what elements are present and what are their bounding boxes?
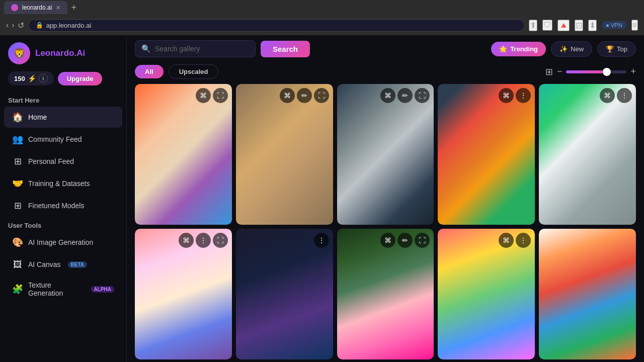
search-input[interactable] <box>155 45 249 53</box>
tokens-row: 150 ⚡ i Upgrade <box>0 71 126 92</box>
gallery-grid: ⌘ ⛶ ⌘ ✏ ⛶ ⌘ <box>135 84 636 359</box>
new-icon: ✨ <box>559 45 568 53</box>
tab-close-button[interactable]: × <box>56 4 60 12</box>
gallery-item[interactable]: ⌘ ✏ ⛶ <box>337 84 434 225</box>
gallery-item[interactable]: ⌘ ⋮ <box>438 229 535 359</box>
remix-button[interactable]: ⌘ <box>179 233 194 248</box>
all-filter-button[interactable]: All <box>135 65 164 78</box>
gallery-item[interactable]: ⌘ ⋮ ⛶ <box>135 229 232 359</box>
trending-button[interactable]: 🌟 Trending <box>491 42 546 56</box>
sidebar-item-training-label: Training & Datasets <box>28 179 90 188</box>
remix-button[interactable]: ⌘ <box>499 233 514 248</box>
texture-icon: 🧩 <box>12 284 23 295</box>
community-feed-icon: 👥 <box>12 134 23 145</box>
sidebar-item-finetuned[interactable]: ⊞ Finetuned Models <box>4 195 122 216</box>
sidebar-item-training[interactable]: 🤝 Training & Datasets <box>4 173 122 194</box>
item-overlay <box>438 84 535 225</box>
zoom-out-button[interactable]: − <box>557 66 562 77</box>
sidebar-item-community-feed[interactable]: 👥 Community Feed <box>4 129 122 150</box>
expand-button[interactable]: ⛶ <box>415 233 430 248</box>
share-button[interactable]: ⬆ <box>529 20 537 31</box>
upgrade-button[interactable]: Upgrade <box>58 72 103 85</box>
new-button[interactable]: ✨ New <box>551 41 592 57</box>
item-actions: ⌘ ✏ ⛶ <box>380 233 430 248</box>
sidebar-item-personal-feed[interactable]: ⊞ Personal Feed <box>4 151 122 172</box>
tokens-badge: 150 ⚡ i <box>8 71 54 85</box>
menu-button[interactable]: ≡ <box>631 20 638 31</box>
item-actions: ⌘ ⋮ ⛶ <box>179 233 228 248</box>
item-overlay <box>337 229 434 359</box>
section-user-tools-label: User Tools <box>0 217 126 231</box>
trending-icon: 🌟 <box>499 45 507 53</box>
remix-button[interactable]: ⌘ <box>380 88 395 103</box>
personal-feed-icon: ⊞ <box>12 156 23 167</box>
sidebar-item-ai-canvas[interactable]: 🖼 AI Canvas BETA <box>4 254 122 275</box>
back-button[interactable]: ‹ <box>6 21 9 30</box>
address-bar[interactable]: 🔒 app.leonardo.ai <box>28 19 525 32</box>
remix-button[interactable]: ⌘ <box>600 88 615 103</box>
sidebar-item-texture[interactable]: 🧩 Texture Generation ALPHA <box>4 276 122 302</box>
gallery-item[interactable]: ⌘ ⛶ <box>135 84 232 225</box>
item-overlay <box>539 229 636 359</box>
training-icon: 🤝 <box>12 178 23 189</box>
reload-button[interactable]: ↺ <box>18 21 24 30</box>
sidebar: 🦁 Leonardo.Ai 150 ⚡ i Upgrade Start Here… <box>0 35 127 362</box>
sidebar-item-personal-label: Personal Feed <box>28 157 74 165</box>
new-tab-button[interactable]: + <box>71 3 77 13</box>
gallery-item[interactable]: ⌘ ⋮ <box>539 84 636 225</box>
browser-actions: ⬆ 🛡 🔺 ⊡ ⬇ ● VPN ≡ <box>529 20 638 31</box>
tab-bar: leonardo.ai × + <box>0 0 644 15</box>
search-button[interactable]: Search <box>261 41 310 57</box>
search-icon: 🔍 <box>141 44 151 53</box>
browser-chrome: leonardo.ai × + ‹ › ↺ 🔒 app.leonardo.ai … <box>0 0 644 35</box>
active-tab[interactable]: leonardo.ai × <box>4 1 67 14</box>
zoom-slider[interactable] <box>566 70 626 73</box>
upscaled-filter-button[interactable]: Upscaled <box>169 64 219 79</box>
sidebar-item-home-label: Home <box>28 113 47 121</box>
bookmark-button[interactable]: 🛡 <box>542 20 552 31</box>
more-button[interactable]: ⋮ <box>617 88 632 103</box>
more-button[interactable]: ⋮ <box>314 233 329 248</box>
sidebar-item-ai-image[interactable]: 🎨 AI Image Generation <box>4 232 122 253</box>
gallery-item[interactable]: ⌘ ⋮ <box>438 84 535 225</box>
shield-button[interactable]: 🔺 <box>557 20 570 31</box>
search-box[interactable]: 🔍 <box>135 40 256 57</box>
tab-title: leonardo.ai <box>22 4 52 11</box>
remix-button[interactable]: ⌘ <box>499 88 514 103</box>
item-overlay <box>135 229 232 359</box>
ai-image-icon: 🎨 <box>12 237 23 248</box>
security-icon: 🔒 <box>36 22 43 29</box>
grid-view-button[interactable]: ⊞ <box>545 66 553 77</box>
more-button[interactable]: ⋮ <box>516 233 531 248</box>
remix-button[interactable]: ⌘ <box>280 88 295 103</box>
top-button[interactable]: 🏆 Top <box>597 41 636 57</box>
expand-button[interactable]: ⛶ <box>415 88 430 103</box>
beta-badge: BETA <box>68 261 87 268</box>
edit-button[interactable]: ✏ <box>297 88 312 103</box>
sidebar-item-home[interactable]: 🏠 Home <box>4 107 122 128</box>
remix-button[interactable]: ⌘ <box>380 233 395 248</box>
edit-button[interactable]: ✏ <box>397 88 413 103</box>
downloads-button[interactable]: ⬇ <box>588 20 597 31</box>
edit-button[interactable]: ✏ <box>397 233 413 248</box>
sidebar-item-ai-canvas-label: AI Canvas <box>28 260 61 268</box>
expand-button[interactable]: ⛶ <box>213 88 228 103</box>
gallery-item[interactable]: ⌘ ✏ ⛶ <box>337 229 434 359</box>
gallery-item[interactable] <box>539 229 636 359</box>
sidebar-item-texture-label: Texture Generation <box>28 281 84 297</box>
expand-button[interactable]: ⛶ <box>213 233 228 248</box>
forward-button[interactable]: › <box>12 21 14 30</box>
remix-button[interactable]: ⌘ <box>196 88 211 103</box>
more-button[interactable]: ⋮ <box>516 88 531 103</box>
zoom-in-button[interactable]: + <box>630 66 636 77</box>
extension-button[interactable]: ⊡ <box>575 20 583 31</box>
gallery-item[interactable]: ⋮ <box>236 229 333 359</box>
item-overlay <box>236 229 333 359</box>
item-overlay <box>438 229 535 359</box>
gallery-item[interactable]: ⌘ ✏ ⛶ <box>236 84 333 225</box>
more-button[interactable]: ⋮ <box>196 233 211 248</box>
item-overlay <box>337 84 434 225</box>
app: 🦁 Leonardo.Ai 150 ⚡ i Upgrade Start Here… <box>0 35 644 362</box>
info-icon[interactable]: i <box>39 74 48 83</box>
expand-button[interactable]: ⛶ <box>314 88 329 103</box>
